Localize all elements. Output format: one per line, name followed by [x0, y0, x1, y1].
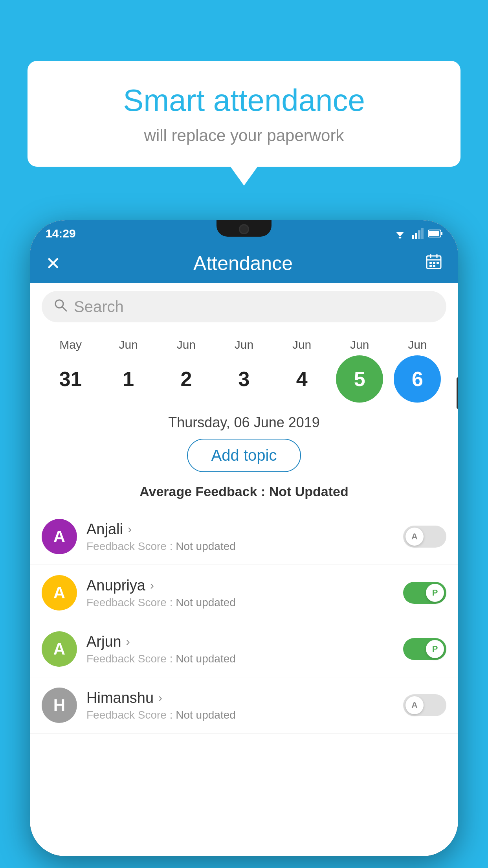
- avg-feedback-label: Average Feedback :: [139, 484, 269, 499]
- calendar-strip: May Jun Jun Jun Jun Jun Jun 31 1 2 3 4 5…: [30, 330, 458, 406]
- toggle-himanshu[interactable]: A: [403, 694, 446, 716]
- avatar-arjun: A: [42, 631, 77, 667]
- chevron-icon-himanshu: ›: [158, 691, 162, 704]
- calendar-days: 31 1 2 3 4 5 6: [42, 355, 446, 403]
- speech-bubble-subtitle: will replace your paperwork: [51, 126, 437, 145]
- student-info-anjali: Anjali › Feedback Score : Not updated: [86, 521, 394, 553]
- toggle-knob-himanshu: A: [405, 696, 424, 714]
- svg-rect-2: [412, 235, 414, 239]
- avatar-anjali: A: [42, 519, 77, 554]
- student-item-arjun[interactable]: A Arjun › Feedback Score : Not updated P: [30, 621, 458, 677]
- app-bar: ✕ Attendance: [30, 244, 458, 283]
- calendar-icon: [425, 253, 442, 270]
- avatar-anupriya: A: [42, 575, 77, 611]
- month-1: Jun: [105, 338, 152, 351]
- app-bar-title: Attendance: [193, 252, 293, 275]
- power-button: [457, 377, 458, 409]
- speech-bubble-title: Smart attendance: [51, 83, 437, 118]
- search-bar[interactable]: Search: [42, 291, 446, 322]
- calendar-day-3[interactable]: 3: [220, 355, 268, 403]
- wifi-icon: [393, 228, 407, 239]
- student-item-himanshu[interactable]: H Himanshu › Feedback Score : Not update…: [30, 677, 458, 734]
- calendar-day-2[interactable]: 2: [163, 355, 210, 403]
- student-info-arjun: Arjun › Feedback Score : Not updated: [86, 633, 394, 665]
- month-6: Jun: [394, 338, 441, 351]
- search-container: Search: [30, 283, 458, 330]
- svg-rect-15: [437, 262, 439, 264]
- month-2: Jun: [163, 338, 210, 351]
- phone-frame: 14:29: [30, 220, 458, 856]
- close-button[interactable]: ✕: [46, 253, 61, 274]
- svg-marker-1: [398, 237, 402, 239]
- phone-notch: [216, 220, 272, 237]
- svg-rect-4: [418, 230, 420, 239]
- add-topic-container: Add topic: [30, 435, 458, 480]
- student-feedback-arjun: Feedback Score : Not updated: [86, 653, 394, 665]
- month-4: Jun: [278, 338, 325, 351]
- student-name-himanshu: Himanshu ›: [86, 690, 394, 706]
- student-info-anupriya: Anupriya › Feedback Score : Not updated: [86, 577, 394, 609]
- svg-rect-8: [429, 231, 439, 236]
- toggle-anjali[interactable]: A: [403, 526, 446, 548]
- svg-rect-14: [433, 262, 435, 264]
- student-feedback-himanshu: Feedback Score : Not updated: [86, 709, 394, 721]
- student-item-anupriya[interactable]: A Anupriya › Feedback Score : Not update…: [30, 565, 458, 621]
- svg-rect-5: [421, 228, 424, 239]
- toggle-knob-anjali: A: [405, 528, 424, 546]
- toggle-arjun[interactable]: P: [403, 638, 446, 660]
- calendar-button[interactable]: [425, 253, 442, 274]
- svg-rect-16: [429, 265, 432, 267]
- student-info-himanshu: Himanshu › Feedback Score : Not updated: [86, 690, 394, 721]
- svg-rect-7: [441, 232, 442, 235]
- calendar-day-0[interactable]: 31: [47, 355, 94, 403]
- month-5: Jun: [336, 338, 383, 351]
- toggle-knob-anupriya: P: [426, 584, 444, 602]
- battery-icon: [428, 229, 442, 238]
- calendar-day-6[interactable]: 6: [394, 355, 441, 403]
- speech-bubble: Smart attendance will replace your paper…: [28, 61, 460, 167]
- svg-rect-13: [429, 262, 432, 264]
- search-icon: [53, 298, 68, 316]
- add-topic-button[interactable]: Add topic: [187, 439, 301, 472]
- student-name-anupriya: Anupriya ›: [86, 577, 394, 594]
- avg-feedback-value: Not Updated: [269, 484, 349, 499]
- toggle-knob-arjun: P: [426, 640, 444, 658]
- calendar-day-4[interactable]: 4: [278, 355, 325, 403]
- svg-marker-0: [396, 232, 404, 237]
- avg-feedback: Average Feedback : Not Updated: [30, 480, 458, 509]
- student-list: A Anjali › Feedback Score : Not updated …: [30, 509, 458, 734]
- status-icons: [393, 225, 442, 239]
- chevron-icon-anupriya: ›: [150, 579, 154, 592]
- calendar-day-5[interactable]: 5: [336, 355, 383, 403]
- month-3: Jun: [220, 338, 268, 351]
- student-feedback-anupriya: Feedback Score : Not updated: [86, 596, 394, 609]
- calendar-day-1[interactable]: 1: [105, 355, 152, 403]
- toggle-anupriya[interactable]: P: [403, 582, 446, 604]
- svg-rect-3: [415, 233, 417, 239]
- date-label: Thursday, 06 June 2019: [30, 406, 458, 435]
- chevron-icon-arjun: ›: [126, 635, 130, 648]
- chevron-icon-anjali: ›: [128, 522, 132, 536]
- svg-rect-17: [433, 265, 435, 267]
- calendar-months: May Jun Jun Jun Jun Jun Jun: [42, 338, 446, 351]
- avatar-himanshu: H: [42, 688, 77, 723]
- svg-line-19: [62, 307, 66, 311]
- signal-icon: [412, 228, 424, 239]
- search-placeholder: Search: [74, 298, 124, 316]
- phone-camera: [239, 224, 249, 234]
- status-time: 14:29: [46, 224, 76, 240]
- student-item-anjali[interactable]: A Anjali › Feedback Score : Not updated …: [30, 509, 458, 565]
- student-feedback-anjali: Feedback Score : Not updated: [86, 540, 394, 553]
- student-name-arjun: Arjun ›: [86, 633, 394, 650]
- student-name-anjali: Anjali ›: [86, 521, 394, 538]
- month-0: May: [47, 338, 94, 351]
